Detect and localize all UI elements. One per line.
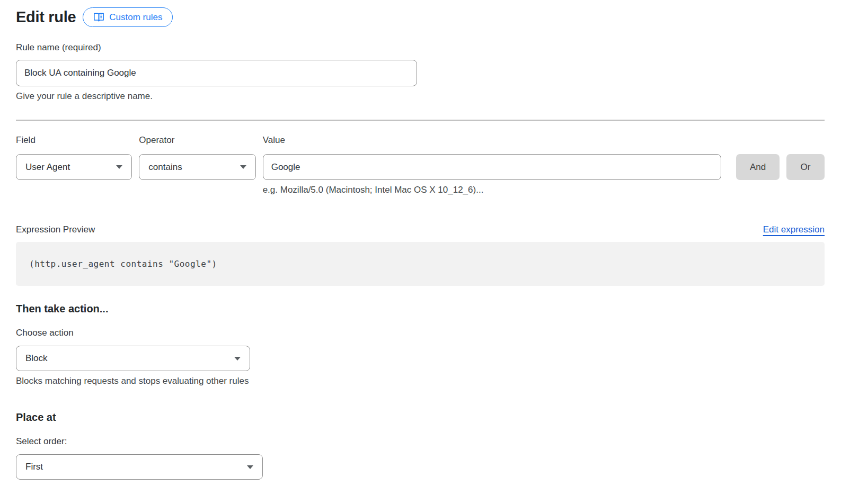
expression-preview-header: Expression Preview Edit expression (16, 224, 825, 235)
order-select-value: First (25, 462, 43, 472)
action-section: Then take action... Choose action Block … (16, 303, 825, 386)
rule-name-section: Rule name (required) Give your rule a de… (16, 42, 825, 102)
chevron-down-icon (247, 465, 253, 469)
expression-builder: Field User Agent Operator contains Value… (16, 135, 825, 195)
action-select-value: Block (25, 353, 48, 364)
value-helper: e.g. Mozilla/5.0 (Macintosh; Intel Mac O… (263, 185, 721, 195)
action-helper: Blocks matching requests and stops evalu… (16, 376, 825, 386)
edit-rule-page: Edit rule Custom rules Rule name (requir… (0, 0, 841, 480)
expression-text: (http.user_agent contains "Google") (29, 259, 217, 269)
field-label: Field (16, 135, 132, 146)
open-book-icon (93, 12, 104, 22)
field-select[interactable]: User Agent (16, 154, 132, 180)
order-select[interactable]: First (16, 454, 263, 480)
rule-name-helper: Give your rule a descriptive name. (16, 91, 825, 102)
rule-name-input[interactable] (16, 60, 417, 86)
page-title: Edit rule (16, 8, 76, 26)
action-select[interactable]: Block (16, 346, 250, 371)
and-button[interactable]: And (736, 154, 780, 180)
chevron-down-icon (240, 165, 246, 169)
operator-label: Operator (139, 135, 255, 146)
page-header: Edit rule Custom rules (16, 7, 825, 27)
chevron-down-icon (234, 357, 241, 361)
rule-name-label: Rule name (required) (16, 42, 825, 53)
edit-expression-link[interactable]: Edit expression (763, 224, 825, 235)
value-column: Value e.g. Mozilla/5.0 (Macintosh; Intel… (263, 135, 721, 195)
placement-label: Select order: (16, 436, 825, 447)
value-label: Value (263, 135, 721, 146)
placement-section: Place at Select order: First (16, 411, 825, 480)
field-column: Field User Agent (16, 135, 132, 180)
custom-rules-badge[interactable]: Custom rules (83, 7, 173, 27)
section-divider (16, 120, 825, 121)
chevron-down-icon (116, 165, 122, 169)
operator-column: Operator contains (139, 135, 255, 180)
operator-select[interactable]: contains (139, 154, 255, 180)
expression-preview-code: (http.user_agent contains "Google") (16, 242, 825, 286)
expression-preview-label: Expression Preview (16, 224, 95, 235)
action-heading: Then take action... (16, 303, 825, 315)
value-input[interactable] (263, 154, 721, 180)
custom-rules-badge-label: Custom rules (109, 12, 162, 23)
placement-heading: Place at (16, 411, 825, 424)
or-button[interactable]: Or (786, 154, 825, 180)
operator-select-value: contains (148, 162, 182, 173)
action-label: Choose action (16, 328, 825, 338)
field-select-value: User Agent (25, 162, 70, 173)
andor-buttons: And Or (736, 154, 825, 180)
